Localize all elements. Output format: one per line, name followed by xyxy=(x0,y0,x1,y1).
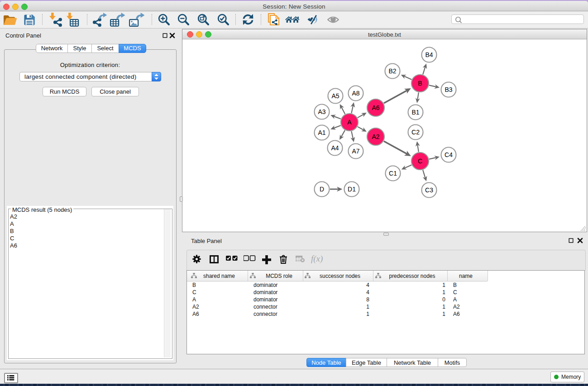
svg-text:A: A xyxy=(347,119,352,126)
svg-text:D1: D1 xyxy=(348,186,356,193)
svg-text:B2: B2 xyxy=(388,67,396,75)
svg-text:B: B xyxy=(418,80,422,87)
svg-text:B1: B1 xyxy=(411,109,419,116)
svg-text:A1: A1 xyxy=(318,129,325,136)
svg-text:A7: A7 xyxy=(352,148,359,155)
svg-text:B3: B3 xyxy=(445,86,452,93)
svg-text:A6: A6 xyxy=(372,104,379,111)
svg-text:A2: A2 xyxy=(372,133,379,140)
svg-text:B4: B4 xyxy=(425,51,433,58)
svg-text:C1: C1 xyxy=(389,170,397,177)
svg-text:A4: A4 xyxy=(331,144,339,152)
svg-text:C: C xyxy=(417,157,422,165)
svg-text:C4: C4 xyxy=(445,151,453,158)
svg-text:D: D xyxy=(319,186,324,193)
svg-text:A8: A8 xyxy=(352,90,359,97)
svg-text:C2: C2 xyxy=(411,129,420,136)
svg-text:C3: C3 xyxy=(425,186,433,194)
svg-text:A5: A5 xyxy=(331,92,339,100)
svg-text:A3: A3 xyxy=(318,108,325,115)
